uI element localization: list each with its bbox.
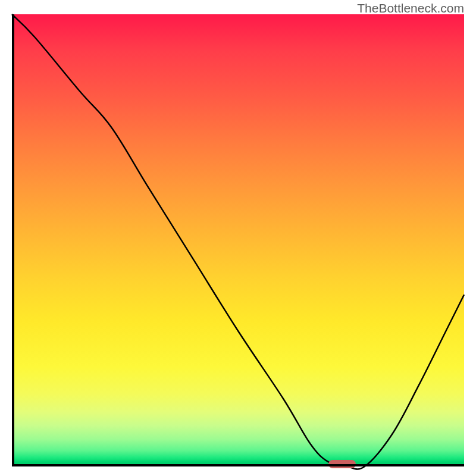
x-axis: [12, 464, 464, 466]
y-axis: [12, 14, 14, 466]
curve-path: [12, 14, 464, 469]
plot-area: [12, 14, 464, 466]
watermark-text: TheBottleneck.com: [357, 1, 464, 15]
curve-svg: [12, 14, 464, 466]
